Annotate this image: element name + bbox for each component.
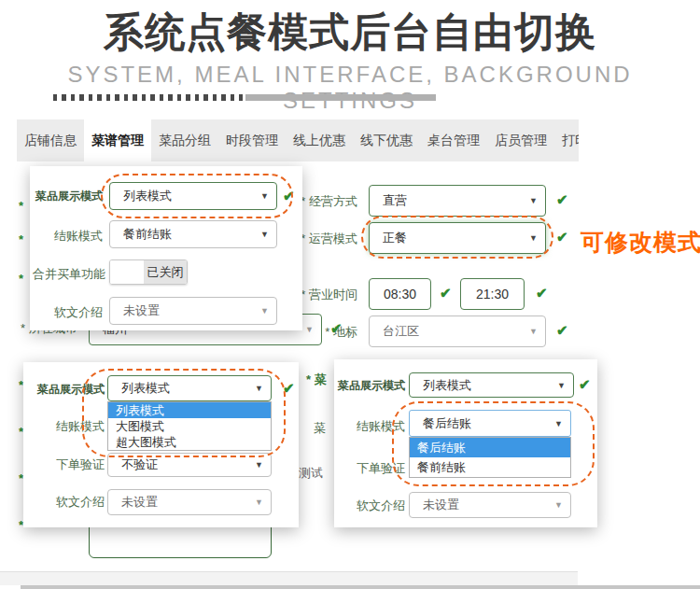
dropdown-arrow-icon: ▼ (260, 191, 269, 201)
panel-checkout-mode-open: 菜品展示模式 列表模式 ▼ ✔ 结账模式 餐后结账 ▼ 餐后结账 餐前结账 下单… (334, 359, 597, 527)
checkout-mode-select[interactable]: 餐后结账 ▼ (409, 410, 571, 437)
option-list-mode[interactable]: 列表模式 (108, 402, 271, 418)
display-mode-select[interactable]: 列表模式 ▼ (107, 375, 272, 401)
order-verify-label: 下单验证 (336, 460, 405, 477)
business-mode-select[interactable]: 直营 ▼ (369, 185, 546, 217)
order-verify-label: 下单验证 (26, 456, 105, 473)
divider-dotted (53, 94, 243, 101)
checkout-mode-label: 结账模式 (26, 418, 105, 435)
check-icon: ✔ (330, 320, 343, 337)
tab-print-settings[interactable]: 打印设置 (554, 119, 579, 161)
dropdown-arrow-icon: ▼ (260, 306, 269, 316)
tab-dish-grouping[interactable]: 菜品分组 (151, 119, 218, 161)
dropdown-arrow-icon: ▼ (305, 325, 314, 334)
widget-footer (0, 571, 578, 585)
check-icon: ✔ (283, 188, 295, 204)
tab-menu-management[interactable]: 菜谱管理 (84, 119, 151, 161)
tab-time-management[interactable]: 时段管理 (218, 119, 286, 161)
divider-solid (245, 94, 436, 101)
menu-label-fragment: * 菜 (306, 372, 327, 388)
dropdown-arrow-icon: ▼ (554, 500, 563, 510)
open-time-input[interactable]: 08:30 (369, 278, 431, 310)
dropdown-arrow-icon: ▼ (255, 498, 263, 507)
bottom-divider (21, 585, 700, 589)
checkout-mode-label: 结账模式 (336, 418, 405, 435)
landmark-value: 台江区 (383, 323, 419, 340)
annotation-callout: 可修改模式 (581, 227, 700, 258)
dropdown-arrow-icon: ▼ (529, 233, 538, 243)
soft-intro-label: 软文介绍 (33, 304, 103, 321)
business-mode-value: 直营 (383, 192, 407, 209)
tab-table-management[interactable]: 桌台管理 (420, 119, 487, 161)
tab-shop-info[interactable]: 店铺信息 (17, 119, 84, 161)
close-time-input[interactable]: 21:30 (460, 278, 525, 310)
display-mode-value: 列表模式 (123, 188, 172, 204)
order-verify-select[interactable]: 不验证 ▼ (107, 453, 272, 477)
option-before-meal-checkout[interactable]: 餐前结账 (410, 457, 570, 477)
checkout-mode-value: 餐后结账 (423, 415, 471, 432)
checkout-mode-select[interactable]: 餐前结账 ▼ (109, 220, 277, 248)
tab-offline-discount[interactable]: 线下优惠 (353, 119, 420, 161)
display-mode-value: 列表模式 (121, 380, 170, 397)
dropdown-arrow-icon: ▼ (529, 327, 538, 336)
display-mode-value: 列表模式 (423, 377, 471, 394)
check-icon: ✔ (556, 229, 568, 245)
tab-online-discount[interactable]: 线上优惠 (286, 119, 353, 161)
check-icon: ✔ (556, 322, 568, 339)
soft-intro-value: 未设置 (123, 302, 160, 319)
required-asterisk: * (19, 232, 23, 246)
dropdown-arrow-icon: ▼ (255, 460, 263, 470)
merge-bill-toggle[interactable]: 已关闭 (109, 259, 188, 285)
order-verify-value: 不验证 (121, 456, 158, 473)
dropdown-arrow-icon: ▼ (557, 381, 566, 390)
dropdown-arrow-icon: ▼ (554, 419, 563, 428)
menu-label-fragment: 菜 (314, 420, 326, 437)
tab-staff-management[interactable]: 店员管理 (487, 119, 554, 161)
check-icon: ✔ (283, 380, 295, 397)
soft-intro-label: 软文介绍 (336, 498, 405, 514)
toggle-state-label: 已关闭 (144, 260, 187, 284)
landmark-select[interactable]: 台江区 ▼ (369, 316, 546, 347)
checkout-mode-label: 结账模式 (33, 228, 103, 245)
soft-intro-label: 软文介绍 (26, 494, 105, 511)
dropdown-arrow-icon: ▼ (529, 196, 538, 205)
soft-intro-select[interactable]: 未设置 ▼ (109, 297, 277, 325)
display-mode-label: 菜品展示模式 (33, 189, 103, 204)
option-big-image-mode[interactable]: 大图模式 (108, 418, 271, 434)
checkout-mode-value: 餐前结账 (123, 226, 172, 243)
soft-intro-select[interactable]: 未设置 ▼ (409, 492, 571, 518)
required-asterisk: * (19, 199, 23, 213)
toggle-knob (110, 260, 144, 284)
check-icon: ✔ (536, 285, 548, 302)
operation-mode-value: 正餐 (383, 230, 407, 246)
soft-intro-select[interactable]: 未设置 ▼ (107, 489, 272, 515)
display-mode-select[interactable]: 列表模式 ▼ (409, 372, 574, 398)
merge-bill-label: 合并买单功能 (33, 266, 103, 283)
option-extra-large-image-mode[interactable]: 超大图模式 (108, 434, 271, 450)
option-after-meal-checkout[interactable]: 餐后结账 (410, 438, 570, 457)
page: 系统点餐模式后台自由切换 SYSTEM, MEAL INTERFACE, BAC… (0, 0, 700, 589)
check-icon: ✔ (556, 191, 568, 208)
display-mode-select[interactable]: 列表模式 ▼ (109, 182, 277, 210)
display-mode-label: 菜品展示模式 (26, 382, 105, 398)
operation-mode-select[interactable]: 正餐 ▼ (369, 222, 546, 254)
display-mode-label: 菜品展示模式 (336, 378, 405, 394)
check-icon: ✔ (579, 376, 591, 393)
panel-display-mode-open: 菜品展示模式 列表模式 ▼ ✔ 列表模式 大图模式 超大图模式 结账模式 下单验… (23, 362, 299, 527)
page-subtitle: SYSTEM, MEAL INTERFACE, BACKGROUND SETTI… (0, 62, 700, 114)
dropdown-arrow-icon: ▼ (255, 384, 263, 393)
panel-display-mode: 菜品展示模式 列表模式 ▼ ✔ 结账模式 餐前结账 ▼ 合并买单功能 已关闭 软… (30, 166, 302, 330)
dropdown-arrow-icon: ▼ (260, 230, 269, 239)
checkout-mode-option-list: 餐后结账 餐前结账 (409, 437, 571, 478)
page-title: 系统点餐模式后台自由切换 (0, 6, 700, 60)
check-icon: ✔ (440, 285, 452, 302)
display-mode-option-list: 列表模式 大图模式 超大图模式 (107, 401, 272, 451)
required-asterisk: * (19, 272, 23, 286)
tab-bar: 店铺信息 菜谱管理 菜品分组 时段管理 线上优惠 线下优惠 桌台管理 店员管理 … (17, 119, 579, 161)
test-value-fragment: 测试 (299, 465, 323, 482)
soft-intro-value: 未设置 (121, 494, 158, 511)
soft-intro-value: 未设置 (423, 497, 459, 513)
